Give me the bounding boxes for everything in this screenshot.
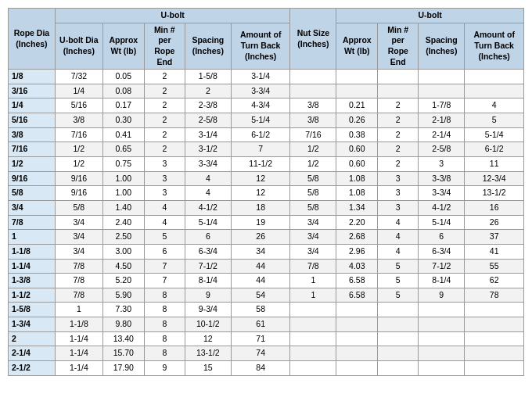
table-cell: 1-1/4 <box>55 346 102 361</box>
table-cell <box>419 70 465 84</box>
table-cell <box>378 317 419 332</box>
table-cell: 0.05 <box>102 70 144 84</box>
table-cell: 44 <box>231 274 290 288</box>
table-cell: 2 <box>378 98 419 113</box>
table-cell: 16 <box>465 200 524 215</box>
table-cell <box>378 361 419 376</box>
row-label: 1-1/8 <box>9 244 56 259</box>
table-cell: 7.30 <box>102 303 144 317</box>
table-cell <box>290 317 336 332</box>
table-cell: 4-3/4 <box>231 98 290 113</box>
spacing-left-header: Spacing (Inches) <box>185 23 231 70</box>
ubolt-dia-header: U-bolt Dia (Inches) <box>55 23 102 70</box>
amount-turnback-left-header: Amount of Turn Back (Inches) <box>231 23 290 70</box>
table-cell <box>419 84 465 98</box>
table-cell: 12-3/4 <box>465 171 524 186</box>
table-cell <box>465 84 524 98</box>
table-cell: 8-1/4 <box>185 274 231 288</box>
table-cell: 15.70 <box>102 346 144 361</box>
table-cell: 0.75 <box>102 157 144 172</box>
table-cell <box>465 317 524 332</box>
table-cell: 4-1/2 <box>419 200 465 215</box>
table-cell: 2 <box>144 98 185 113</box>
table-cell: 9.80 <box>102 317 144 332</box>
spacing-right-header: Spacing (Inches) <box>419 23 465 70</box>
table-cell: 54 <box>231 288 290 303</box>
table-cell: 2 <box>144 113 185 128</box>
table-cell: 7-1/2 <box>185 259 231 274</box>
table-cell <box>378 346 419 361</box>
table-cell: 13.40 <box>102 331 144 346</box>
table-cell: 3/4 <box>55 230 102 245</box>
table-cell: 3/8 <box>290 113 336 128</box>
table-cell: 6-3/4 <box>419 244 465 259</box>
table-cell: 3 <box>144 171 185 186</box>
table-cell: 6-3/4 <box>185 244 231 259</box>
table-cell: 1.00 <box>102 171 144 186</box>
row-label: 1 <box>9 230 56 245</box>
table-cell: 8 <box>144 288 185 303</box>
table-cell <box>378 84 419 98</box>
table-cell: 4 <box>378 215 419 230</box>
table-cell <box>465 331 524 346</box>
table-cell: 12 <box>231 171 290 186</box>
table-cell: 6-1/2 <box>465 142 524 157</box>
table-cell: 1.00 <box>102 186 144 201</box>
table-cell: 7/16 <box>290 127 336 142</box>
table-cell: 1.40 <box>102 200 144 215</box>
approx-wt-left-header: Approx Wt (lb) <box>102 23 144 70</box>
table-cell <box>419 331 465 346</box>
table-cell <box>419 317 465 332</box>
table-cell <box>336 303 378 317</box>
table-cell: 2.68 <box>336 230 378 245</box>
table-cell: 3.00 <box>102 244 144 259</box>
table-cell: 6 <box>144 244 185 259</box>
table-cell <box>419 303 465 317</box>
table-cell: 3-3/4 <box>185 157 231 172</box>
table-cell: 5.20 <box>102 274 144 288</box>
table-cell: 3 <box>378 186 419 201</box>
table-cell: 2 <box>378 113 419 128</box>
table-cell <box>290 361 336 376</box>
table-cell <box>336 317 378 332</box>
table-cell: 9/16 <box>55 186 102 201</box>
table-cell: 0.21 <box>336 98 378 113</box>
approx-wt-right-header: Approx Wt (lb) <box>336 23 378 70</box>
table-cell: 1-1/8 <box>55 317 102 332</box>
table-cell: 5-1/4 <box>231 113 290 128</box>
table-cell <box>465 70 524 84</box>
table-cell: 7 <box>144 259 185 274</box>
table-cell: 2 <box>378 127 419 142</box>
table-cell: 0.08 <box>102 84 144 98</box>
row-label: 2-1/2 <box>9 361 56 376</box>
table-cell: 62 <box>465 274 524 288</box>
table-cell: 7 <box>231 142 290 157</box>
table-cell: 3/8 <box>55 113 102 128</box>
table-cell <box>336 331 378 346</box>
table-cell <box>465 361 524 376</box>
row-label: 1/4 <box>9 98 56 113</box>
table-cell: 1-1/4 <box>55 361 102 376</box>
table-cell: 41 <box>465 244 524 259</box>
nut-size-header: Nut Size (Inches) <box>290 9 336 70</box>
table-cell: 9 <box>419 288 465 303</box>
table-cell: 7/32 <box>55 70 102 84</box>
table-cell: 2 <box>378 157 419 172</box>
ubolt-left-header: U-bolt <box>55 9 290 23</box>
table-cell: 2-3/8 <box>185 98 231 113</box>
table-cell: 5-1/4 <box>419 215 465 230</box>
table-cell: 3 <box>378 171 419 186</box>
table-cell: 1/4 <box>55 84 102 98</box>
table-cell: 5/8 <box>290 186 336 201</box>
table-cell: 8-1/4 <box>419 274 465 288</box>
table-cell: 5/16 <box>55 98 102 113</box>
table-cell: 2-5/8 <box>419 142 465 157</box>
table-cell <box>336 84 378 98</box>
table-cell: 3/4 <box>290 230 336 245</box>
table-cell: 3/4 <box>290 244 336 259</box>
table-cell: 1.08 <box>336 186 378 201</box>
ubolt-right-header: U-bolt <box>336 9 524 23</box>
row-label: 9/16 <box>9 171 56 186</box>
table-cell <box>336 361 378 376</box>
table-cell <box>378 70 419 84</box>
